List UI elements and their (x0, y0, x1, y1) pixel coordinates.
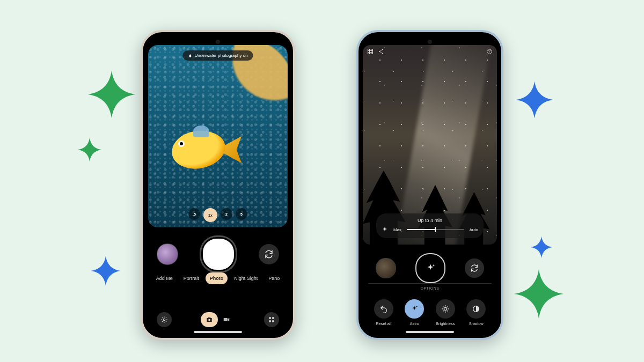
fish-subject (161, 120, 241, 184)
gallery-thumbnail[interactable] (157, 243, 178, 265)
home-indicator[interactable] (194, 331, 242, 333)
sparkle-icon (410, 305, 419, 313)
reset-all-button[interactable] (374, 299, 393, 319)
photo-video-toggle (201, 312, 235, 327)
svg-rect-5 (272, 320, 274, 322)
mode-portrait[interactable]: Portrait (179, 272, 203, 284)
shadow-button[interactable] (466, 299, 486, 319)
video-icon (223, 316, 230, 323)
mode-toast-label: Underwater photography on (194, 53, 247, 58)
exposure-slider[interactable] (407, 229, 464, 230)
phone-editor-screen: Up to 4 min Max Auto (361, 34, 499, 336)
photo-icon (206, 316, 213, 323)
water-icon (188, 54, 192, 58)
quick-label: Brightness (436, 321, 455, 326)
astro-button[interactable] (405, 299, 424, 319)
settings-button[interactable] (157, 312, 172, 327)
svg-point-1 (208, 319, 210, 321)
sparkle-decoration (513, 268, 565, 320)
options-label: OPTIONS (361, 286, 499, 290)
svg-point-11 (444, 307, 447, 310)
mode-night-sight[interactable]: Night Sight (230, 272, 262, 284)
quick-label: Shadow (469, 321, 484, 326)
sparkle-icon (425, 263, 436, 274)
sparkle-icon (382, 226, 388, 233)
quick-actions: Reset all Astro Brightness (361, 299, 499, 326)
front-camera-dot (428, 40, 432, 44)
quick-label: Reset all (376, 321, 391, 326)
camera-flip-icon (264, 249, 274, 259)
editor-controls: OPTIONS Reset all Astro (361, 250, 499, 336)
phone-camera: Underwater photography on .5 1x 2 5 (141, 30, 295, 340)
sparkle-decoration (87, 70, 136, 119)
brightness-button[interactable] (436, 299, 455, 319)
more-button[interactable] (264, 312, 279, 327)
mode-add-me[interactable]: Add Me (152, 272, 177, 284)
gallery-thumbnail[interactable] (376, 258, 396, 278)
mode-toast: Underwater photography on (182, 50, 253, 61)
svg-rect-2 (269, 317, 271, 319)
mode-pano[interactable]: Pano (264, 272, 284, 284)
svg-point-8 (382, 53, 383, 54)
svg-point-10 (489, 53, 490, 53)
camera-controls: Add Me Portrait Photo Night Sight Pano (145, 233, 291, 336)
night-viewfinder[interactable]: Up to 4 min Max Auto (363, 45, 497, 245)
zoom-level-selected[interactable]: 1x (203, 208, 217, 222)
help-icon[interactable] (486, 48, 493, 55)
camera-flip-button[interactable] (465, 258, 484, 278)
brightness-icon (441, 305, 450, 313)
settings-icon (160, 316, 168, 323)
sparkle-decoration (530, 236, 553, 258)
phone-camera-screen: Underwater photography on .5 1x 2 5 (145, 34, 291, 336)
share-icon[interactable] (378, 48, 384, 55)
more-icon (268, 316, 275, 323)
promo-stage: Underwater photography on .5 1x 2 5 (0, 0, 644, 362)
svg-rect-3 (272, 317, 274, 319)
front-camera-dot (216, 40, 220, 44)
exposure-panel: Up to 4 min Max Auto (376, 213, 484, 238)
shutter-button[interactable] (201, 237, 236, 271)
camera-flip-button[interactable] (259, 244, 279, 264)
undo-icon (379, 305, 388, 313)
mode-photo[interactable]: Photo (206, 272, 228, 284)
zoom-selector: .5 1x 2 5 (188, 208, 247, 222)
shutter-button[interactable] (415, 253, 445, 283)
sparkle-decoration (90, 255, 121, 286)
svg-point-0 (163, 319, 165, 321)
exposure-title: Up to 4 min (382, 218, 478, 223)
divider (368, 283, 492, 284)
zoom-level[interactable]: .5 (188, 208, 200, 220)
sparkle-decoration (77, 137, 102, 162)
svg-point-6 (379, 51, 380, 52)
home-indicator[interactable] (406, 331, 454, 333)
svg-point-7 (382, 49, 383, 50)
mode-row[interactable]: Add Me Portrait Photo Night Sight Pano (145, 272, 291, 284)
svg-rect-4 (269, 320, 271, 322)
sparkle-decoration (515, 80, 554, 119)
zoom-level[interactable]: 5 (236, 208, 247, 220)
camera-flip-icon (470, 264, 479, 272)
shadow-icon (472, 305, 480, 313)
quick-label: Astro (409, 321, 419, 326)
video-mode-button[interactable] (218, 312, 235, 327)
camera-viewfinder[interactable]: Underwater photography on .5 1x 2 5 (148, 45, 288, 227)
grid-icon[interactable] (367, 48, 374, 55)
zoom-level[interactable]: 2 (221, 208, 232, 220)
phone-editor: Up to 4 min Max Auto (356, 30, 503, 340)
photo-mode-button[interactable] (201, 312, 218, 327)
exposure-right-label: Auto (470, 227, 478, 232)
exposure-left-label: Max (393, 227, 401, 232)
